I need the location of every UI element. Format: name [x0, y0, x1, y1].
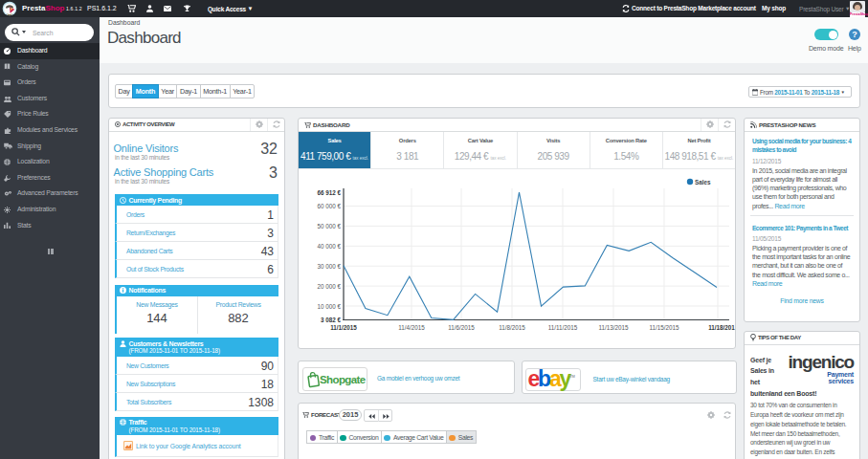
svg-text:11/11/2015: 11/11/2015: [548, 324, 578, 331]
svg-text:11/4/2015: 11/4/2015: [398, 324, 425, 331]
svg-text:3 082 €: 3 082 €: [321, 317, 342, 323]
svg-text:11/1/2015: 11/1/2015: [330, 324, 357, 331]
svg-text:11/13/2015: 11/13/2015: [598, 324, 629, 331]
svg-text:40 000 €: 40 000 €: [317, 243, 341, 250]
svg-text:11/15/2015: 11/15/2015: [649, 324, 679, 331]
svg-text:66 912 €: 66 912 €: [317, 189, 341, 196]
svg-text:20 000 €: 20 000 €: [317, 282, 341, 289]
svg-text:60 000 €: 60 000 €: [317, 203, 341, 209]
svg-text:50 000 €: 50 000 €: [317, 223, 341, 230]
svg-text:11/6/2015: 11/6/2015: [448, 324, 475, 331]
svg-text:30 000 €: 30 000 €: [317, 263, 341, 270]
svg-text:11/8/2015: 11/8/2015: [499, 324, 525, 331]
svg-text:10 000 €: 10 000 €: [317, 302, 341, 309]
svg-text:Sales: Sales: [695, 178, 711, 185]
svg-text:11/18/201: 11/18/201: [708, 324, 735, 331]
